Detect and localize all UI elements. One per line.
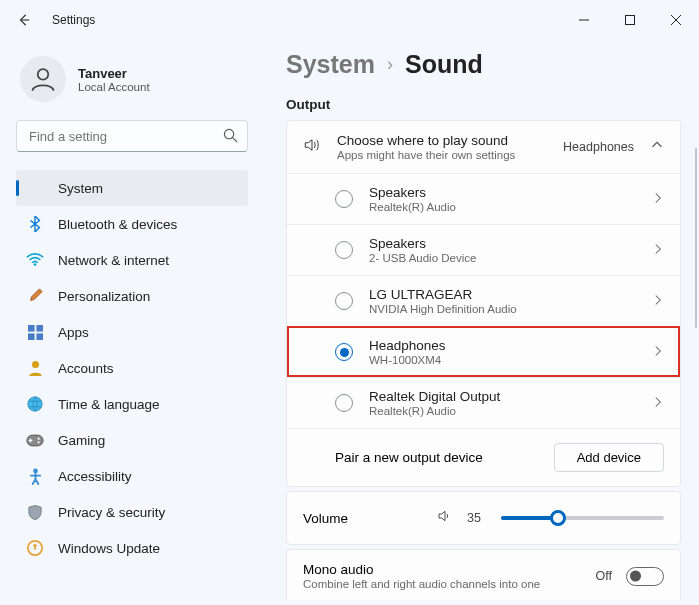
apps-icon — [26, 323, 44, 341]
radio-button[interactable] — [335, 190, 353, 208]
sidebar-item-time[interactable]: Time & language — [16, 386, 248, 422]
avatar — [20, 56, 66, 102]
volume-card: Volume 35 — [286, 491, 681, 545]
device-row[interactable]: LG ULTRAGEARNVIDIA High Definition Audio — [287, 275, 680, 326]
device-row[interactable]: Realtek Digital OutputRealtek(R) Audio — [287, 377, 680, 428]
sidebar-item-privacy[interactable]: Privacy & security — [16, 494, 248, 530]
sidebar-item-label: Gaming — [58, 433, 105, 448]
sidebar-item-label: Accessibility — [58, 469, 132, 484]
volume-thumb[interactable] — [550, 510, 566, 526]
sidebar-item-label: Time & language — [58, 397, 160, 412]
chevron-right-icon — [652, 343, 664, 361]
device-row[interactable]: SpeakersRealtek(R) Audio — [287, 173, 680, 224]
svg-rect-6 — [28, 333, 35, 340]
gaming-icon — [26, 431, 44, 449]
time-icon — [26, 395, 44, 413]
breadcrumb-parent[interactable]: System — [286, 50, 375, 79]
sidebar-item-accounts[interactable]: Accounts — [16, 350, 248, 386]
pair-label: Pair a new output device — [335, 450, 554, 465]
pair-row: Pair a new output device Add device — [287, 428, 680, 486]
sidebar-item-gaming[interactable]: Gaming — [16, 422, 248, 458]
add-device-button[interactable]: Add device — [554, 443, 664, 472]
svg-point-8 — [31, 361, 38, 368]
output-card: Choose where to play sound Apps might ha… — [286, 120, 681, 487]
user-block[interactable]: Tanveer Local Account — [20, 56, 248, 102]
svg-point-12 — [38, 441, 40, 443]
radio-button[interactable] — [335, 394, 353, 412]
scrollbar[interactable] — [695, 148, 698, 328]
svg-point-9 — [28, 397, 42, 411]
device-row[interactable]: HeadphonesWH-1000XM4 — [287, 326, 680, 377]
window-title: Settings — [52, 13, 95, 27]
sidebar-item-label: Windows Update — [58, 541, 160, 556]
device-sub: Realtek(R) Audio — [369, 201, 636, 213]
svg-rect-4 — [28, 325, 35, 332]
sidebar-item-label: Personalization — [58, 289, 150, 304]
volume-slider[interactable] — [501, 516, 664, 520]
radio-button[interactable] — [335, 241, 353, 259]
chevron-right-icon — [652, 292, 664, 310]
bluetooth-icon — [26, 215, 44, 233]
sidebar-item-bluetooth[interactable]: Bluetooth & devices — [16, 206, 248, 242]
device-sub: NVIDIA High Definition Audio — [369, 303, 636, 315]
breadcrumb: System › Sound — [286, 50, 681, 79]
svg-rect-7 — [36, 333, 43, 340]
accessibility-icon — [26, 467, 44, 485]
svg-point-3 — [34, 263, 37, 266]
volume-label: Volume — [303, 511, 423, 526]
update-icon — [26, 539, 44, 557]
device-title: Headphones — [369, 338, 636, 353]
maximize-button[interactable] — [607, 0, 653, 40]
sidebar-item-accessibility[interactable]: Accessibility — [16, 458, 248, 494]
mono-toggle[interactable] — [626, 567, 664, 586]
device-row[interactable]: Speakers2- USB Audio Device — [287, 224, 680, 275]
accounts-icon — [26, 359, 44, 377]
output-header-title: Choose where to play sound — [337, 133, 547, 148]
mono-title: Mono audio — [303, 562, 582, 577]
privacy-icon — [26, 503, 44, 521]
svg-rect-0 — [626, 16, 635, 25]
radio-button[interactable] — [335, 343, 353, 361]
chevron-right-icon — [652, 190, 664, 208]
sidebar-item-personalization[interactable]: Personalization — [16, 278, 248, 314]
sidebar-item-update[interactable]: Windows Update — [16, 530, 248, 566]
speaker-icon[interactable] — [437, 508, 453, 528]
mono-state: Off — [596, 569, 612, 583]
chevron-up-icon — [650, 138, 664, 156]
sidebar-item-network[interactable]: Network & internet — [16, 242, 248, 278]
sidebar-item-apps[interactable]: Apps — [16, 314, 248, 350]
output-header-sub: Apps might have their own settings — [337, 149, 547, 161]
section-output-label: Output — [286, 97, 681, 112]
back-button[interactable] — [14, 10, 34, 30]
mono-card: Mono audio Combine left and right audio … — [286, 549, 681, 600]
personalization-icon — [26, 287, 44, 305]
device-sub: Realtek(R) Audio — [369, 405, 636, 417]
mono-sub: Combine left and right audio channels in… — [303, 578, 543, 590]
user-name: Tanveer — [78, 66, 150, 81]
network-icon — [26, 251, 44, 269]
minimize-button[interactable] — [561, 0, 607, 40]
search-input[interactable] — [16, 120, 248, 152]
device-title: Speakers — [369, 236, 636, 251]
sidebar-item-label: Apps — [58, 325, 89, 340]
device-title: Speakers — [369, 185, 636, 200]
svg-point-13 — [33, 468, 38, 473]
search-box[interactable] — [16, 120, 248, 152]
svg-rect-5 — [36, 325, 43, 332]
chevron-right-icon — [652, 394, 664, 412]
radio-button[interactable] — [335, 292, 353, 310]
sidebar-item-label: Network & internet — [58, 253, 169, 268]
page-title: Sound — [405, 50, 483, 79]
sidebar-item-label: System — [58, 181, 103, 196]
search-icon — [223, 128, 238, 147]
output-header[interactable]: Choose where to play sound Apps might ha… — [287, 121, 680, 173]
chevron-right-icon — [652, 241, 664, 259]
user-sub: Local Account — [78, 81, 150, 93]
svg-point-2 — [224, 129, 233, 138]
close-button[interactable] — [653, 0, 699, 40]
svg-point-1 — [38, 69, 49, 80]
speaker-icon — [303, 136, 321, 158]
device-sub: WH-1000XM4 — [369, 354, 636, 366]
output-header-value: Headphones — [563, 140, 634, 154]
sidebar-item-system[interactable]: System — [16, 170, 248, 206]
